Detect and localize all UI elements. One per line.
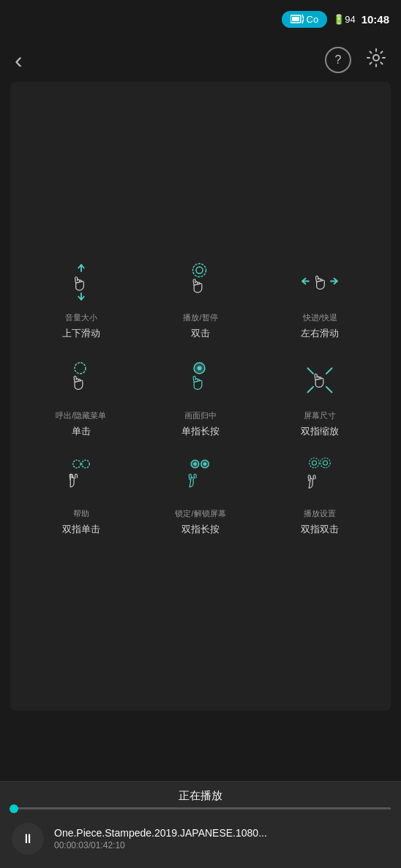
svg-point-17 [323, 461, 328, 465]
gesture-icon-long-press [175, 355, 226, 406]
gesture-small-label-up-down-swipe: 音量大小 [65, 312, 97, 322]
gesture-main-label-two-finger-tap: 双指单击 [62, 523, 100, 536]
gesture-item-long-press: 画面归中单指长按 [144, 355, 256, 438]
gesture-grid: 音量大小上下滑动 播放/暂停双击 [10, 242, 391, 551]
svg-point-4 [196, 267, 203, 273]
now-playing-label: 正在播放 [0, 782, 401, 807]
svg-point-15 [312, 461, 317, 465]
cast-button[interactable]: Co [282, 11, 328, 28]
progress-bar-container[interactable] [0, 807, 401, 809]
svg-point-8 [72, 460, 80, 468]
svg-point-7 [197, 366, 201, 370]
gesture-icon-pinch-zoom [294, 355, 345, 406]
track-time: 00:00:03/01:42:10 [54, 840, 389, 850]
svg-point-14 [310, 458, 320, 468]
gesture-item-two-finger-long-press: 锁定/解锁屏幕双指长按 [144, 453, 256, 536]
svg-point-16 [321, 458, 331, 468]
gesture-item-up-down-swipe: 音量大小上下滑动 [25, 257, 137, 340]
settings-button[interactable] [366, 48, 386, 72]
svg-rect-1 [292, 17, 299, 21]
gesture-item-single-tap: 呼出/隐藏菜单单击 [25, 355, 137, 438]
gesture-small-label-single-tap: 呼出/隐藏菜单 [56, 410, 106, 420]
gesture-item-two-finger-double-tap: 播放设置双指双击 [264, 453, 376, 536]
gesture-small-label-long-press: 画面归中 [184, 410, 217, 420]
svg-point-2 [373, 55, 379, 61]
svg-point-11 [193, 462, 197, 466]
gesture-main-label-double-tap: 双击 [191, 327, 210, 340]
battery-indicator: 🔋94 [333, 14, 355, 25]
track-title: One.Piece.Stampede.2019.JAPANESE.1080... [54, 827, 389, 839]
gesture-small-label-two-finger-tap: 帮助 [73, 508, 89, 518]
bottom-bar: 正在播放 ⏸ One.Piece.Stampede.2019.JAPANESE.… [0, 781, 401, 868]
playback-row: ⏸ One.Piece.Stampede.2019.JAPANESE.1080.… [0, 817, 401, 868]
gesture-item-double-tap: 播放/暂停双击 [144, 257, 256, 340]
gesture-small-label-pinch-zoom: 屏幕尺寸 [304, 410, 336, 420]
gesture-item-left-right-swipe: 快进/快退左右滑动 [264, 257, 376, 340]
gesture-main-label-single-tap: 单击 [72, 425, 91, 438]
gesture-icon-up-down-swipe [56, 257, 107, 308]
gesture-main-label-two-finger-long-press: 双指长按 [181, 523, 220, 536]
navigation-bar: ‹ ? [0, 38, 401, 82]
play-pause-button[interactable]: ⏸ [12, 823, 44, 855]
gesture-item-two-finger-tap: 帮助双指单击 [25, 453, 137, 536]
cast-label: Co [307, 14, 319, 25]
gesture-main-label-pinch-zoom: 双指缩放 [301, 425, 339, 438]
back-button[interactable]: ‹ [15, 47, 23, 74]
gesture-icon-two-finger-double-tap [294, 453, 345, 504]
gesture-icon-double-tap [175, 257, 226, 308]
gesture-icon-two-finger-tap [56, 453, 107, 504]
progress-dot [10, 804, 18, 813]
gesture-small-label-two-finger-double-tap: 播放设置 [304, 508, 336, 518]
svg-point-5 [75, 363, 86, 374]
help-button[interactable]: ? [325, 47, 351, 73]
gesture-item-pinch-zoom: 屏幕尺寸双指缩放 [264, 355, 376, 438]
gesture-main-label-up-down-swipe: 上下滑动 [62, 327, 100, 340]
status-bar: Co 🔋94 10:48 [0, 0, 401, 38]
svg-point-9 [81, 460, 89, 468]
main-content-area: 音量大小上下滑动 播放/暂停双击 [10, 82, 391, 711]
gesture-icon-single-tap [56, 355, 107, 406]
progress-bar-bg[interactable] [10, 807, 391, 809]
nav-right-actions: ? [325, 47, 386, 73]
gesture-icon-two-finger-long-press [175, 453, 226, 504]
gesture-icon-left-right-swipe [294, 257, 345, 308]
gesture-small-label-two-finger-long-press: 锁定/解锁屏幕 [175, 508, 225, 518]
gesture-small-label-double-tap: 播放/暂停 [183, 312, 217, 322]
gesture-main-label-two-finger-double-tap: 双指双击 [301, 523, 339, 536]
pause-icon: ⏸ [21, 831, 34, 847]
track-info: One.Piece.Stampede.2019.JAPANESE.1080...… [54, 827, 389, 850]
svg-point-3 [192, 263, 206, 276]
gesture-main-label-long-press: 单指长按 [181, 425, 220, 438]
svg-point-13 [203, 462, 207, 466]
gesture-main-label-left-right-swipe: 左右滑动 [301, 327, 339, 340]
gesture-small-label-left-right-swipe: 快进/快退 [303, 312, 337, 322]
clock: 10:48 [361, 13, 389, 26]
